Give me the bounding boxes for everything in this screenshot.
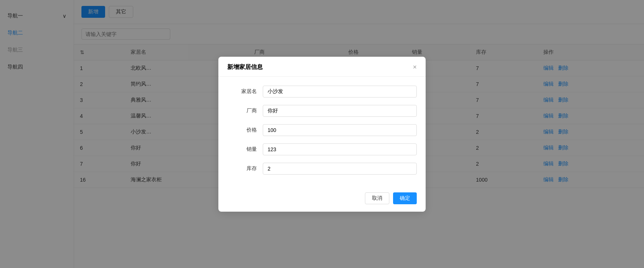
input-vendor[interactable] <box>263 105 417 117</box>
label-price: 价格 <box>227 127 257 133</box>
label-stock: 库存 <box>227 165 257 172</box>
modal-dialog: 新增家居信息 × 家居名 厂商 价格 销量 库存 <box>218 57 426 212</box>
input-sales[interactable] <box>263 143 417 155</box>
modal-title: 新增家居信息 <box>227 63 263 71</box>
input-price[interactable] <box>263 124 417 136</box>
label-sales: 销量 <box>227 146 257 153</box>
label-vendor: 厂商 <box>227 107 257 114</box>
form-row-stock: 库存 <box>227 163 417 175</box>
modal-footer: 取消 确定 <box>218 188 426 212</box>
form-row-price: 价格 <box>227 124 417 136</box>
modal-overlay[interactable]: 新增家居信息 × 家居名 厂商 价格 销量 库存 <box>0 0 644 268</box>
input-stock[interactable] <box>263 163 417 175</box>
form-row-vendor: 厂商 <box>227 105 417 117</box>
close-icon[interactable]: × <box>413 64 417 70</box>
input-name[interactable] <box>263 86 417 97</box>
form-row-sales: 销量 <box>227 143 417 155</box>
form-row-name: 家居名 <box>227 86 417 97</box>
cancel-button[interactable]: 取消 <box>365 192 389 204</box>
modal-header: 新增家居信息 × <box>218 57 426 77</box>
confirm-button[interactable]: 确定 <box>393 192 417 204</box>
modal-body: 家居名 厂商 价格 销量 库存 <box>218 77 426 188</box>
label-name: 家居名 <box>227 88 257 95</box>
